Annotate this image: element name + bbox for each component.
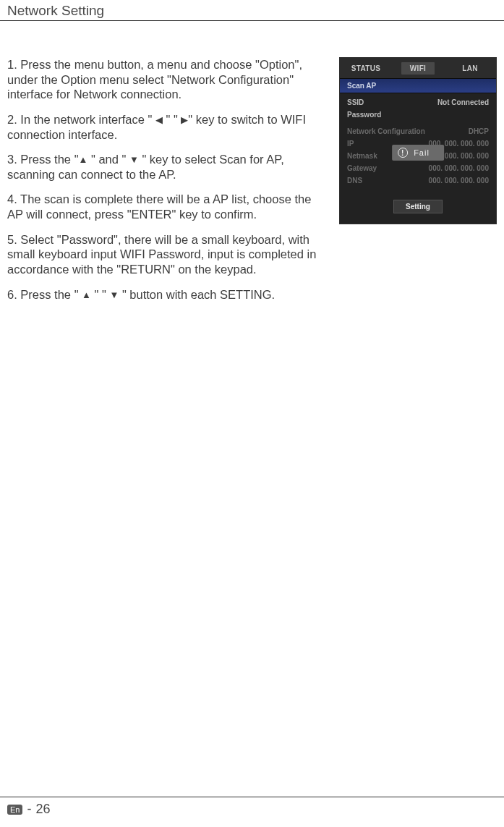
text: 2. In the network interface " (7, 113, 155, 126)
password-label: Password (347, 111, 381, 119)
row-ssid[interactable]: SSID Not Connected (347, 96, 489, 109)
up-triangle-icon: ▲ (82, 289, 91, 301)
tab-wifi-active-box: WIFI (401, 62, 435, 75)
step-6: 6. Press the " ▲ " " ▼ " button with eac… (7, 287, 329, 302)
step-4: 4. The scan is complete there will be a … (7, 192, 329, 221)
step-2: 2. In the network interface " ◀ " " ▶" k… (7, 112, 329, 142)
up-triangle-icon: ▲ (78, 154, 87, 166)
down-triangle-icon: ▼ (109, 289, 119, 301)
text: " button with each SETTING. (119, 288, 275, 301)
row-password[interactable]: Password (347, 109, 489, 121)
row-dns: DNS 000. 000. 000. 000 (347, 174, 489, 187)
device-panel: STATUS WIFI LAN Scan AP SSID Not Connect… (339, 57, 497, 224)
text: " " (163, 113, 181, 126)
text: " and " (87, 153, 129, 166)
netconf-value: DHCP (469, 127, 489, 135)
gateway-value: 000. 000. 000. 000 (429, 164, 489, 172)
ssid-value: Not Connected (437, 98, 489, 106)
netmask-label: Netmask (347, 152, 377, 160)
page-footer: En - 26 (0, 797, 504, 817)
down-triangle-icon: ▼ (129, 154, 139, 166)
right-triangle-icon: ▶ (181, 114, 188, 126)
dns-label: DNS (347, 177, 362, 185)
language-badge: En (7, 805, 22, 815)
tab-lan[interactable]: LAN (444, 64, 496, 72)
panel-tabs: STATUS WIFI LAN (340, 58, 496, 78)
setting-button[interactable]: Setting (393, 200, 443, 213)
text: 3. Press the " (7, 153, 78, 166)
dns-value: 000. 000. 000. 000 (429, 177, 489, 185)
page-title: Network Setting (0, 0, 504, 21)
page-number: 26 (35, 802, 50, 817)
ssid-label: SSID (347, 98, 364, 106)
step-3: 3. Press the "▲ " and " ▼ " key to selec… (7, 152, 329, 182)
gateway-label: Gateway (347, 164, 377, 172)
netconf-label: Network Configuration (347, 127, 425, 135)
text: " " (91, 288, 109, 301)
main-content: 1. Press the menu button, a menu and cho… (0, 21, 504, 312)
ip-label: IP (347, 140, 354, 148)
panel-fields: SSID Not Connected Password Network Conf… (340, 93, 496, 192)
step-5: 5. Select "Password", there will be a sm… (7, 232, 329, 277)
tab-status[interactable]: STATUS (340, 64, 392, 72)
text: 6. Press the " (7, 288, 82, 301)
step-1: 1. Press the menu button, a menu and cho… (7, 57, 329, 102)
scan-ap-row[interactable]: Scan AP (340, 78, 496, 93)
row-gateway: Gateway 000. 000. 000. 000 (347, 162, 489, 174)
fail-text: Fail (414, 148, 430, 157)
fail-overlay: ! Fail (392, 145, 444, 161)
alert-icon: ! (398, 148, 408, 158)
instructions-column: 1. Press the menu button, a menu and cho… (7, 57, 329, 312)
tab-wifi[interactable]: WIFI (392, 62, 444, 75)
footer-sep: - (27, 802, 31, 817)
left-triangle-icon: ◀ (155, 114, 163, 126)
row-netconf[interactable]: Network Configuration DHCP (347, 125, 489, 137)
